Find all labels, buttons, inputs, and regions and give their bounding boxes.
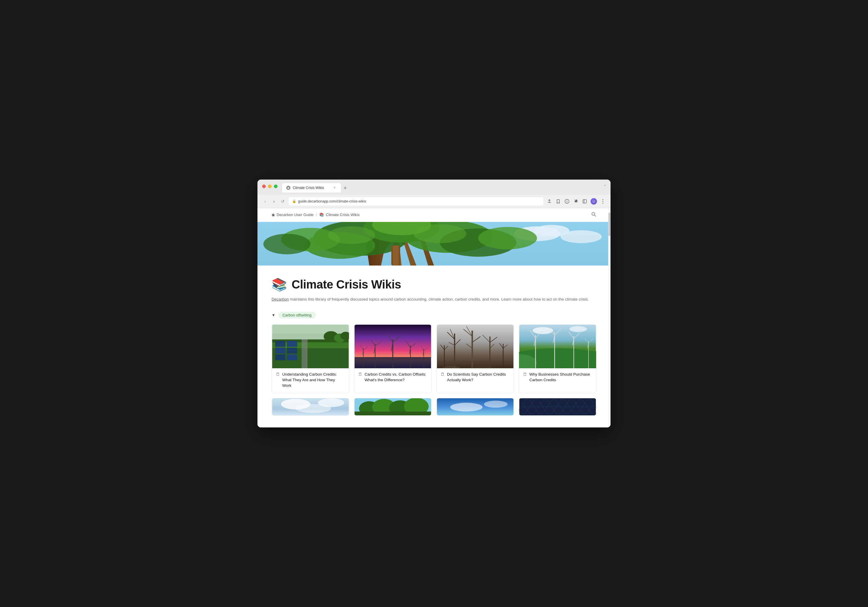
back-button[interactable]: ‹ <box>262 199 268 204</box>
svg-rect-30 <box>302 339 307 368</box>
card-1-title: Understanding Carbon Credits: What They … <box>282 372 345 388</box>
svg-point-4 <box>603 199 603 200</box>
card-1-body: 🗒 Understanding Carbon Credits: What The… <box>272 368 349 393</box>
svg-point-112 <box>573 338 575 339</box>
tab-favicon: ◉ <box>286 186 290 190</box>
svg-rect-36 <box>287 354 297 360</box>
svg-point-17 <box>264 234 310 255</box>
svg-text:i: i <box>567 200 567 203</box>
url-bar[interactable]: 🔒 guide.decarbonapp.com/climate-crisis-w… <box>289 197 544 205</box>
cards-grid-row2 <box>271 398 597 416</box>
description-text: maintains this library of frequently dis… <box>289 297 589 301</box>
card-wind-green[interactable]: 🗒 Why Businesses Should Purchase Carbon … <box>519 324 597 394</box>
breadcrumb-current[interactable]: 📚 Climate Crisis Wikis <box>319 213 360 217</box>
breadcrumb-current-label: Climate Crisis Wikis <box>326 213 360 217</box>
home-icon: ◉ <box>271 213 275 217</box>
svg-point-6 <box>603 203 603 203</box>
card-4-title: Why Businesses Should Purchase Carbon Cr… <box>529 372 592 383</box>
address-bar: ‹ › ↺ 🔒 guide.decarbonapp.com/climate-cr… <box>257 195 611 208</box>
share-icon[interactable] <box>546 199 552 204</box>
svg-rect-33 <box>275 354 285 360</box>
card-wind-sunset[interactable]: 🗒 Carbon Credits vs. Carbon Offsets: Wha… <box>354 324 432 394</box>
card-burned[interactable]: 🗒 Do Scientists Say Carbon Credits Actua… <box>436 324 514 394</box>
card-3-body: 🗒 Do Scientists Say Carbon Credits Actua… <box>437 368 514 388</box>
svg-rect-34 <box>287 341 297 347</box>
active-tab[interactable]: ◉ Climate Crisis Wikis × <box>282 183 341 193</box>
browser-window: ◉ Climate Crisis Wikis × + ˅ ‹ › ↺ 🔒 gui… <box>257 180 611 428</box>
search-button[interactable] <box>591 212 597 218</box>
card-4-body: 🗒 Why Businesses Should Purchase Carbon … <box>519 368 596 388</box>
page-description: Decarbon maintains this library of frequ… <box>271 297 597 302</box>
refresh-button[interactable]: ↺ <box>280 199 286 204</box>
page-title: Climate Crisis Wikis <box>291 278 401 291</box>
section-tag[interactable]: Carbon offsetting <box>278 312 316 318</box>
more-options-icon[interactable] <box>600 199 606 204</box>
breadcrumb: ◉ Decarbon User Guide / 📚 Climate Crisis… <box>257 208 611 222</box>
svg-point-107 <box>554 334 555 336</box>
tab-label: Climate Crisis Wikis <box>293 186 330 190</box>
svg-point-120 <box>296 404 331 413</box>
breadcrumb-current-icon: 📚 <box>319 213 324 217</box>
card-3-title: Do Scientists Say Carbon Credits Actuall… <box>447 372 510 383</box>
svg-point-20 <box>478 227 537 249</box>
card-3-doc-icon: 🗒 <box>441 372 445 377</box>
section-toggle[interactable]: ▼ <box>271 313 275 317</box>
svg-line-8 <box>595 215 596 216</box>
svg-rect-43 <box>272 325 349 334</box>
section-header: ▼ Carbon offsetting <box>271 312 597 318</box>
scrollbar-track[interactable] <box>608 208 611 428</box>
close-button[interactable] <box>262 185 266 188</box>
traffic-lights <box>262 185 277 188</box>
tab-list-chevron[interactable]: ˅ <box>604 185 606 191</box>
svg-point-102 <box>535 337 536 339</box>
extensions-icon[interactable] <box>573 199 579 204</box>
hero-image <box>257 222 611 265</box>
card-2-title: Carbon Credits vs. Carbon Offsets: What'… <box>364 372 427 383</box>
card-solar[interactable]: 🗒 Understanding Carbon Credits: What The… <box>271 324 349 394</box>
page-emoji: 📚 <box>271 277 287 292</box>
card-forest[interactable] <box>354 398 432 416</box>
card-2-doc-icon: 🗒 <box>358 372 362 377</box>
card-1-doc-icon: 🗒 <box>276 372 280 377</box>
card-4-doc-icon: 🗒 <box>523 372 527 377</box>
svg-rect-26 <box>393 245 399 265</box>
lock-icon: 🔒 <box>292 199 296 203</box>
scrollbar-thumb[interactable] <box>609 213 610 236</box>
decarbon-link[interactable]: Decarbon <box>271 297 289 301</box>
minimize-button[interactable] <box>268 185 271 188</box>
tab-close-button[interactable]: × <box>332 185 337 190</box>
main-content: 📚 Climate Crisis Wikis Decarbon maintain… <box>257 265 611 428</box>
url-text: guide.decarbonapp.com/climate-crisis-wik… <box>298 199 366 203</box>
sidebar-icon[interactable] <box>582 199 587 204</box>
svg-rect-126 <box>355 411 431 416</box>
svg-point-129 <box>484 401 508 408</box>
user-avatar[interactable]: U <box>591 198 597 205</box>
svg-point-5 <box>603 201 603 202</box>
svg-point-24 <box>414 224 467 243</box>
info-icon[interactable]: i <box>564 199 570 204</box>
maximize-button[interactable] <box>274 185 277 188</box>
card-2-body: 🗒 Carbon Credits vs. Carbon Offsets: Wha… <box>354 368 431 388</box>
bookmark-icon[interactable] <box>555 199 561 204</box>
svg-point-94 <box>569 326 587 332</box>
new-tab-button[interactable]: + <box>341 184 349 193</box>
browser-content: ◉ Decarbon User Guide / 📚 Climate Crisis… <box>257 208 611 428</box>
svg-rect-32 <box>275 348 285 354</box>
svg-rect-2 <box>583 200 586 203</box>
page-title-row: 📚 Climate Crisis Wikis <box>271 277 597 292</box>
cards-grid: 🗒 Understanding Carbon Credits: What The… <box>271 324 597 394</box>
breadcrumb-home[interactable]: ◉ Decarbon User Guide <box>271 213 314 217</box>
forward-button[interactable]: › <box>271 199 277 204</box>
card-blue-sky[interactable] <box>436 398 514 416</box>
title-bar: ◉ Climate Crisis Wikis × + ˅ <box>257 180 611 195</box>
page-content: ◉ Decarbon User Guide / 📚 Climate Crisis… <box>257 208 611 428</box>
svg-point-93 <box>533 327 553 334</box>
svg-point-23 <box>328 227 375 244</box>
svg-rect-148 <box>519 398 596 416</box>
card-dark-hex[interactable] <box>519 398 597 416</box>
svg-point-128 <box>450 403 482 411</box>
toolbar-icons: i U <box>546 198 606 205</box>
card-sky[interactable] <box>271 398 349 416</box>
breadcrumb-home-label: Decarbon User Guide <box>277 213 314 217</box>
breadcrumb-separator: / <box>316 213 317 217</box>
